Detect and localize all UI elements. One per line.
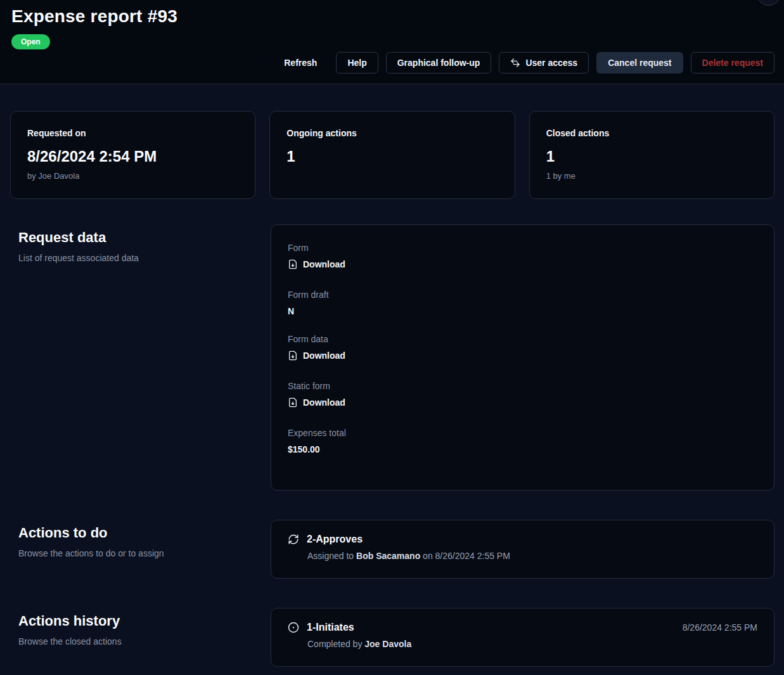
section-subtitle: Browse the closed actions	[18, 636, 261, 646]
field-label: Form	[288, 243, 757, 253]
stat-value: 1	[546, 148, 757, 165]
completed-prefix: Completed by	[307, 639, 362, 649]
section-title: Actions to do	[18, 525, 261, 541]
toolbar: Refresh Help Graphical follow-up User ac…	[273, 52, 774, 74]
stat-card-requested-on: Requested on 8/26/2024 2:54 PM by Joe Da…	[10, 111, 255, 199]
assigned-timestamp: 8/26/2024 2:55 PM	[435, 551, 510, 561]
stat-value: 1	[286, 148, 498, 165]
assignee-name: Bob Sacamano	[356, 551, 420, 561]
field-label: Expenses total	[288, 428, 757, 438]
download-link-static-form[interactable]: Download	[288, 397, 345, 408]
action-completed-text: Completed by Joe Davola	[307, 639, 757, 649]
field-form: Form Download	[288, 243, 757, 272]
page-header: Expense report #93 Open Refresh Help Gra…	[0, 0, 784, 84]
swap-arrows-icon	[510, 58, 520, 68]
field-label: Static form	[288, 381, 757, 391]
refresh-icon	[288, 534, 299, 545]
field-label: Form draft	[288, 290, 757, 300]
request-data-section: Request data List of request associated …	[10, 224, 774, 491]
action-title: 1-Initiates	[307, 622, 354, 633]
user-access-button[interactable]: User access	[499, 52, 589, 74]
field-form-data: Form data Download	[288, 334, 757, 363]
stat-label: Ongoing actions	[286, 128, 498, 138]
stat-card-closed-actions: Closed actions 1 1 by me	[529, 111, 774, 199]
download-label: Download	[303, 350, 345, 361]
stats-row: Requested on 8/26/2024 2:54 PM by Joe Da…	[10, 111, 774, 199]
stat-label: Requested on	[27, 128, 238, 138]
field-expenses-total: Expenses total $150.00	[288, 428, 757, 454]
cancel-request-button[interactable]: Cancel request	[596, 52, 683, 74]
file-download-icon	[288, 350, 298, 361]
field-label: Form data	[288, 334, 757, 344]
field-static-form: Static form Download	[288, 381, 757, 410]
action-title: 2-Approves	[307, 534, 363, 545]
download-label: Download	[303, 259, 345, 269]
stat-label: Closed actions	[546, 128, 757, 138]
file-download-icon	[288, 397, 298, 408]
corner-widget	[757, 0, 781, 6]
main-content: Requested on 8/26/2024 2:54 PM by Joe Da…	[0, 84, 784, 675]
actions-to-do-section: Actions to do Browse the actions to do o…	[10, 520, 774, 579]
page-title: Expense report #93	[11, 6, 774, 27]
status-badge: Open	[11, 34, 50, 49]
field-value: N	[288, 306, 757, 316]
user-access-label: User access	[525, 58, 577, 68]
actions-history-head: Actions history Browse the closed action…	[10, 608, 261, 667]
actions-history-section: Actions history Browse the closed action…	[10, 608, 774, 667]
download-link-form-data[interactable]: Download	[288, 350, 345, 361]
history-timestamp: 8/26/2024 2:55 PM	[683, 622, 757, 633]
section-subtitle: Browse the actions to do or to assign	[18, 548, 261, 558]
action-to-do-item[interactable]: 2-Approves Assigned to Bob Sacamano on 8…	[271, 520, 774, 579]
stat-value: 8/26/2024 2:54 PM	[27, 148, 238, 165]
download-label: Download	[303, 397, 345, 408]
stat-card-ongoing-actions: Ongoing actions 1	[269, 111, 515, 199]
action-assignment-text: Assigned to Bob Sacamano on 8/26/2024 2:…	[307, 551, 757, 561]
section-subtitle: List of request associated data	[18, 253, 261, 263]
field-form-draft: Form draft N	[288, 290, 757, 316]
circle-dot-icon	[288, 622, 299, 633]
request-data-head: Request data List of request associated …	[10, 224, 261, 491]
assigned-prefix: Assigned to	[307, 551, 354, 561]
graphical-follow-up-button[interactable]: Graphical follow-up	[386, 52, 492, 74]
help-button[interactable]: Help	[336, 52, 378, 74]
assigned-connector: on	[423, 551, 433, 561]
actions-to-do-head: Actions to do Browse the actions to do o…	[10, 520, 261, 579]
section-title: Request data	[18, 229, 261, 246]
field-value: $150.00	[288, 444, 757, 454]
file-download-icon	[288, 259, 298, 269]
section-title: Actions history	[18, 613, 261, 629]
action-history-item[interactable]: 1-Initiates 8/26/2024 2:55 PM Completed …	[271, 608, 774, 667]
actor-name: Joe Davola	[364, 639, 411, 649]
request-data-card: Form Download Form draft N Form data	[271, 224, 774, 491]
stat-sub: 1 by me	[546, 171, 757, 181]
download-link-form[interactable]: Download	[288, 259, 345, 269]
stat-sub: by Joe Davola	[27, 171, 238, 181]
refresh-button[interactable]: Refresh	[273, 52, 328, 74]
delete-request-button[interactable]: Delete request	[691, 52, 774, 74]
